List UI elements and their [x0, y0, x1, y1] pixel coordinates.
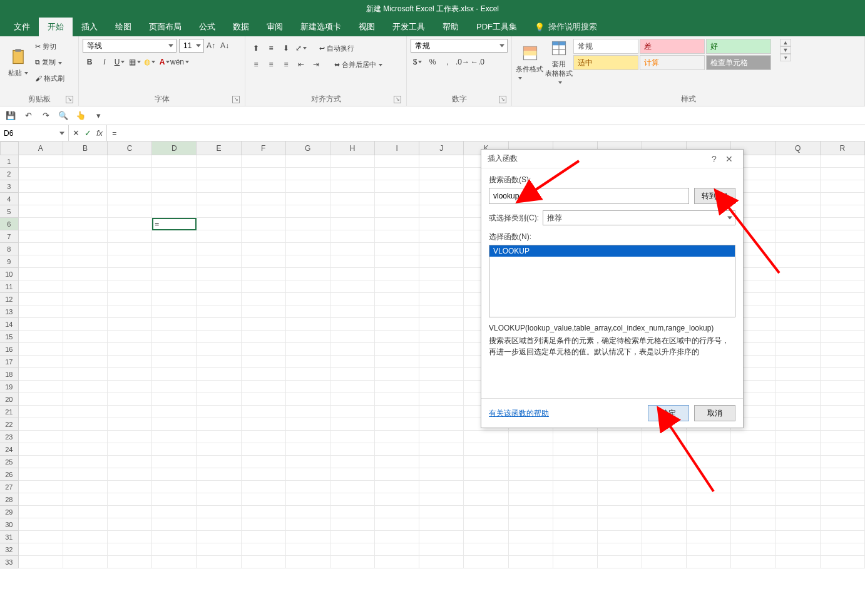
cell[interactable] [330, 218, 375, 230]
cell[interactable] [330, 531, 375, 543]
cell[interactable] [108, 368, 152, 381]
cell[interactable] [108, 418, 152, 431]
cell[interactable] [509, 456, 553, 468]
cell[interactable] [197, 431, 241, 443]
cell[interactable] [197, 155, 241, 168]
cell[interactable] [687, 543, 731, 556]
cell[interactable] [19, 506, 63, 518]
cell[interactable] [19, 255, 63, 268]
cell[interactable] [108, 493, 152, 506]
cell[interactable] [63, 243, 108, 255]
cell[interactable] [776, 193, 821, 205]
row-header[interactable]: 10 [0, 268, 19, 280]
cell[interactable] [108, 506, 152, 518]
cell[interactable] [19, 180, 63, 193]
cell[interactable] [419, 193, 464, 205]
align-bottom-button[interactable]: ⬇ [279, 41, 293, 55]
cell[interactable] [330, 393, 375, 406]
cell[interactable] [242, 481, 286, 493]
cell[interactable] [419, 180, 464, 193]
cell[interactable] [19, 381, 63, 393]
cell[interactable] [63, 280, 108, 293]
cell[interactable] [731, 543, 775, 556]
row-header[interactable]: 19 [0, 381, 19, 393]
cell[interactable] [108, 318, 152, 331]
cell[interactable] [286, 381, 330, 393]
qat-more-button[interactable]: ▾ [93, 110, 104, 121]
undo-button[interactable]: ↶ [23, 110, 34, 121]
row-header[interactable]: 26 [0, 468, 19, 481]
cell[interactable] [197, 280, 241, 293]
italic-button[interactable]: I [98, 55, 111, 69]
cell[interactable] [152, 255, 197, 268]
cell[interactable] [419, 343, 464, 356]
cell[interactable] [152, 305, 197, 318]
cell[interactable] [63, 193, 108, 205]
cell[interactable] [821, 293, 865, 305]
cancel-button[interactable]: 取消 [694, 405, 735, 421]
cell[interactable] [286, 356, 330, 368]
cell[interactable] [197, 243, 241, 255]
tell-me[interactable]: 💡 操作说明搜索 [526, 18, 606, 36]
cell[interactable] [108, 293, 152, 305]
cell[interactable] [776, 456, 821, 468]
cell[interactable] [242, 368, 286, 381]
cell[interactable] [63, 343, 108, 356]
redo-button[interactable]: ↷ [40, 110, 51, 121]
cell[interactable] [286, 418, 330, 431]
cell[interactable] [286, 168, 330, 180]
cell[interactable] [197, 193, 241, 205]
cell[interactable] [286, 481, 330, 493]
cell[interactable] [375, 168, 419, 180]
cell[interactable] [197, 468, 241, 481]
cell[interactable] [419, 431, 464, 443]
cell[interactable] [19, 356, 63, 368]
function-list[interactable]: VLOOKUP [489, 245, 735, 317]
cell[interactable] [63, 443, 108, 456]
tab-file[interactable]: 文件 [5, 18, 39, 36]
cell[interactable] [419, 205, 464, 218]
cell[interactable] [821, 531, 865, 543]
cell[interactable] [731, 506, 775, 518]
cell[interactable] [152, 268, 197, 280]
cell[interactable] [108, 531, 152, 543]
cell[interactable] [286, 293, 330, 305]
cell[interactable] [197, 318, 241, 331]
cell[interactable] [375, 406, 419, 418]
cell[interactable] [19, 318, 63, 331]
cell[interactable] [197, 456, 241, 468]
row-header[interactable]: 11 [0, 280, 19, 293]
number-dialog-launcher[interactable]: ↘ [499, 96, 506, 103]
cell[interactable] [330, 493, 375, 506]
cell[interactable] [821, 443, 865, 456]
column-header[interactable]: D [152, 141, 197, 155]
cell[interactable] [152, 280, 197, 293]
cell[interactable] [776, 506, 821, 518]
cell[interactable] [108, 193, 152, 205]
row-header[interactable]: 18 [0, 368, 19, 381]
cell[interactable]: = [152, 218, 197, 230]
style-cell[interactable]: 常规 [573, 39, 638, 54]
cell[interactable] [464, 481, 508, 493]
tab-custom[interactable]: 新建选项卡 [292, 18, 350, 36]
row-header[interactable]: 33 [0, 556, 19, 568]
cell[interactable] [242, 268, 286, 280]
cell[interactable] [286, 518, 330, 531]
cell[interactable] [63, 230, 108, 243]
cell[interactable] [242, 293, 286, 305]
cell[interactable] [375, 468, 419, 481]
font-dialog-launcher[interactable]: ↘ [232, 96, 240, 103]
tab-review[interactable]: 审阅 [258, 18, 292, 36]
cell[interactable] [330, 293, 375, 305]
cell[interactable] [108, 518, 152, 531]
cell[interactable] [197, 255, 241, 268]
print-preview-button[interactable]: 🔍 [58, 110, 69, 121]
cell[interactable] [776, 243, 821, 255]
cell[interactable] [19, 368, 63, 381]
cell[interactable] [776, 218, 821, 230]
cell[interactable] [108, 180, 152, 193]
cell[interactable] [286, 193, 330, 205]
cell[interactable] [242, 155, 286, 168]
go-button[interactable]: 转到(G) [694, 188, 735, 204]
cell[interactable] [330, 255, 375, 268]
